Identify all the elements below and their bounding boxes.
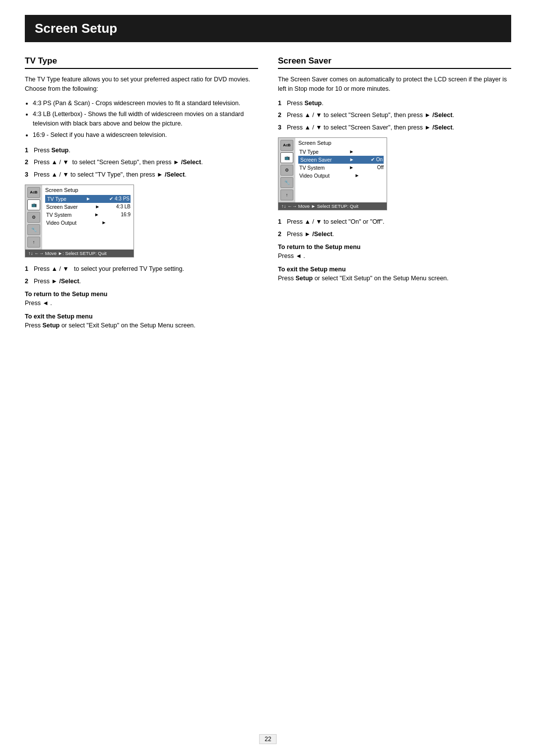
select-bold-2: ► /Select [157,171,185,178]
ss-step-1: Press Setup. [278,99,511,108]
ss-exit-text: Press Setup or select "Exit Setup" on th… [278,274,511,283]
exit-title: To exit the Setup menu [25,313,258,320]
bullet-item: 4:3 PS (Pan & Scan) - Crops widescreen m… [33,99,258,108]
step5-bold: ► /Select [51,278,79,285]
menu-row-tvsystem: TV System ► 16:9 [45,211,131,219]
ss-select-bold: ► /Select [425,112,453,119]
diagram-footer: ↑↓ ←→ Move ►: Select SETUP: Quit [25,250,134,257]
ss-menu-row-tvsystem: TV System ► Off [298,164,384,172]
bullet-item: 4:3 LB (Letterbox) - Shows the full widt… [33,110,258,128]
setup-bold: Setup [51,147,68,154]
ss-diagram-footer: ↑↓ ←→ Move ► Select SETUP: Quit [278,202,387,210]
diagram-icon-list: AcB 📺 ⚙ 🔧 ↑ [25,185,42,250]
screen-saver-intro: The Screen Saver comes on automatically … [278,75,511,94]
icon-arrow: ↑ [27,237,40,248]
page-title: Screen Setup [35,21,501,36]
ss-exit-title: To exit the Setup menu [278,266,511,273]
ss-setup-bold: Setup [304,100,322,107]
page-number: 22 [259,734,276,744]
ss-menu-items-table: TV Type ► Screen Saver ► ✔ On TV System [298,148,384,180]
ss-return-text: Press ◄ . [278,252,511,261]
ss-icon-ac: AcB [280,140,293,151]
icon-tv: 📺 [27,199,40,210]
ss-icon-tv: 📺 [280,152,293,163]
step-5: Press ► /Select. [25,277,258,286]
tv-type-section: TV Type The TV Type feature allows you t… [25,56,258,333]
menu-row-tvtype: TV Type ► ✔ 4:3 PS [45,195,131,203]
screen-saver-diagram: AcB 📺 ⚙ 🔧 ↑ Screen Setup TV Type ► [278,137,387,210]
diagram-title: Screen Setup [45,187,131,193]
screen-saver-steps-4-5: Press ▲ / ▼ to select "On" or "Off". Pre… [278,217,511,239]
ss-menu-row-screensaver: Screen Saver ► ✔ On [298,156,384,164]
diagram-menu: Screen Setup TV Type ► ✔ 4:3 PS Screen S… [42,185,134,250]
ss-icon-arrow: ↑ [280,189,293,200]
screen-saver-title: Screen Saver [278,56,511,69]
ss-step-3: Press ▲ / ▼ to select "Screen Saver", th… [278,123,511,132]
ss-diagram-menu: Screen Setup TV Type ► Screen Saver ► ✔ … [295,138,387,202]
footer-text: ↑↓ ←→ Move ►: Select SETUP: Quit [28,251,107,256]
menu-row-videooutput: Video Output ► [45,219,131,227]
ss-step5-bold: ► /Select [304,231,332,238]
page: Screen Setup TV Type The TV Type feature… [0,0,536,756]
icon-settings: ⚙ [27,212,40,223]
tv-type-steps: Press Setup. Press ▲ / ▼ to select "Scre… [25,146,258,180]
bullet-item: 16:9 - Select if you have a widescreen t… [33,130,258,140]
menu-items-table: TV Type ► ✔ 4:3 PS Screen Saver ► 4:3 LB… [45,195,131,227]
ss-footer-text: ↑↓ ←→ Move ► Select SETUP: Quit [281,203,358,209]
page-header: Screen Setup [25,15,511,42]
tv-type-intro: The TV Type feature allows you to set yo… [25,75,258,94]
tv-type-title: TV Type [25,56,258,69]
return-text: Press ◄ . [25,299,258,308]
step-1: Press Setup. [25,146,258,155]
icon-wrench: 🔧 [27,224,40,235]
ss-menu-row-videooutput: Video Output ► [298,172,384,180]
step-4: Press ▲ / ▼ to select your preferred TV … [25,264,258,274]
tv-type-diagram: AcB 📺 ⚙ 🔧 ↑ Screen Setup TV Type ► ✔ 4:3 [25,185,134,257]
ss-icon-settings: ⚙ [280,165,293,176]
ss-step-5: Press ► /Select. [278,230,511,239]
icon-ac: AcB [27,187,40,198]
return-title: To return to the Setup menu [25,291,258,298]
two-column-layout: TV Type The TV Type feature allows you t… [25,56,511,333]
ss-step-4: Press ▲ / ▼ to select "On" or "Off". [278,217,511,227]
ss-diagram-icon-list: AcB 📺 ⚙ 🔧 ↑ [278,138,295,202]
tv-type-steps-4-5: Press ▲ / ▼ to select your preferred TV … [25,264,258,286]
step-2: Press ▲ / ▼ to select "Screen Setup", th… [25,158,258,167]
select-bold: ► /Select [173,159,201,166]
exit-setup-bold: Setup [42,322,60,329]
screen-saver-section: Screen Saver The Screen Saver comes on a… [278,56,511,286]
step-3: Press ▲ / ▼ to select "TV Type", then pr… [25,170,258,180]
screen-saver-steps: Press Setup. Press ▲ / ▼ to select "Scre… [278,99,511,132]
menu-row-screensaver: Screen Saver ► 4:3 LB [45,203,131,211]
ss-select-bold-2: ► /Select [424,124,452,131]
ss-icon-wrench: 🔧 [280,177,293,188]
ss-menu-row-tvtype: TV Type ► [298,148,384,156]
ss-step-2: Press ▲ / ▼ to select "Screen Setup", th… [278,111,511,120]
ss-diagram-title: Screen Setup [298,140,384,146]
ss-exit-setup-bold: Setup [295,275,313,282]
exit-text: Press Setup or select "Exit Setup" on th… [25,321,258,330]
ss-return-title: To return to the Setup menu [278,244,511,251]
tv-type-bullets: 4:3 PS (Pan & Scan) - Crops widescreen m… [33,99,258,140]
